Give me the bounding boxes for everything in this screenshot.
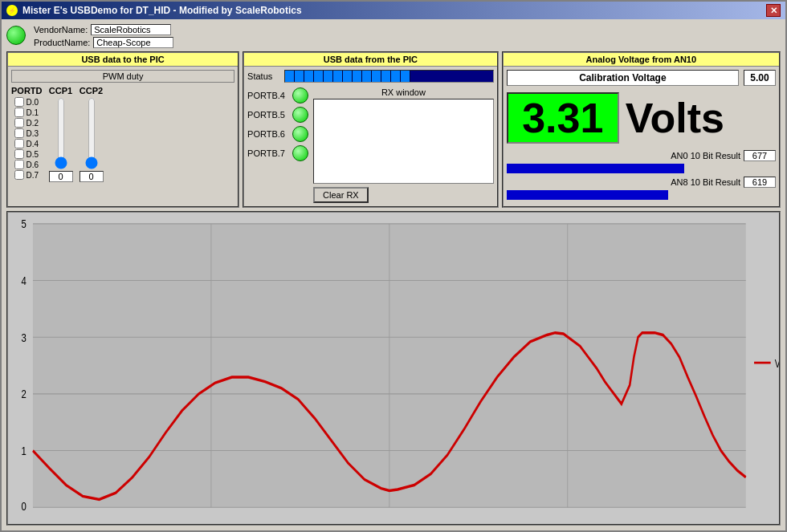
rx-label: RX window [313, 87, 494, 97]
ccp1-slider-group: CCP1 0 [49, 86, 73, 182]
right-panel-header: Analog Voltage from AN10 [504, 53, 779, 67]
portb6-led [292, 126, 308, 142]
portb7-led [292, 145, 308, 161]
calib-label: Calibration Voltage [507, 70, 739, 86]
left-panel-header: USB data to the PIC [8, 53, 238, 67]
d5-checkbox[interactable] [14, 149, 24, 159]
d6-checkbox[interactable] [14, 160, 24, 169]
main-content: VendorName: ScaleRobotics ProductName: C… [2, 19, 785, 530]
analog-voltage-panel: Analog Voltage from AN10 Calibration Vol… [502, 51, 781, 208]
window-title: Mister E's USBDemo for DT_HID - Modified… [22, 5, 302, 16]
ccp1-slider[interactable] [53, 97, 69, 169]
portd-d6: D.6 [14, 160, 39, 169]
portb4-row: PORTB.4 [247, 87, 308, 104]
controls-row: PORTD D.0 D.1 D.2 D.3 D.4 D.5 D.6 D.7 [11, 86, 234, 182]
titlebar-left: ⚡ Mister E's USBDemo for DT_HID - Modifi… [6, 5, 302, 16]
pwm-label: PWM duty [11, 70, 234, 83]
rx-textarea[interactable] [313, 99, 494, 184]
titlebar: ⚡ Mister E's USBDemo for DT_HID - Modifi… [2, 2, 785, 19]
an8-progress-bar [507, 190, 668, 200]
portb7-label: PORTB.7 [247, 148, 287, 158]
svg-text:3: 3 [21, 331, 26, 344]
rx-window-area: RX window Clear RX [313, 87, 494, 203]
ccp1-label: CCP1 [49, 86, 72, 95]
status-label: Status [247, 71, 279, 81]
d2-checkbox[interactable] [14, 118, 24, 128]
d4-checkbox[interactable] [14, 139, 24, 148]
d1-checkbox[interactable] [14, 108, 24, 117]
product-label: ProductName: [34, 38, 90, 47]
svg-text:1: 1 [21, 444, 26, 457]
an8-value: 619 [744, 177, 776, 188]
d0-checkbox[interactable] [14, 97, 24, 107]
d7-checkbox[interactable] [14, 170, 24, 180]
status-progress-bar [284, 70, 494, 83]
mid-bottom: PORTB.4 PORTB.5 PORTB.6 [247, 87, 494, 203]
left-panel-body: PWM duty PORTD D.0 D.1 D.2 D.3 D.4 D.5 [8, 67, 238, 206]
app-icon: ⚡ [6, 5, 18, 16]
vendor-label: VendorName: [34, 25, 88, 35]
an8-label: AN8 10 Bit Result [507, 177, 740, 187]
voltage-display: 3.31 Volts [507, 91, 776, 145]
portd-label: PORTD [11, 86, 43, 95]
calib-value: 5.00 [744, 70, 776, 86]
ccp2-label: CCP2 [80, 86, 103, 95]
ccp2-slider-group: CCP2 0 [80, 86, 104, 182]
info-row: VendorName: ScaleRobotics ProductName: C… [6, 24, 781, 48]
svg-text:0: 0 [21, 500, 26, 514]
svg-text:2: 2 [21, 388, 26, 401]
portd-d7: D.7 [14, 170, 39, 180]
portd-d0: D.0 [14, 97, 39, 107]
portb-col: PORTB.4 PORTB.5 PORTB.6 [247, 87, 308, 203]
portd-d1: D.1 [14, 108, 39, 117]
right-panel-body: Calibration Voltage 5.00 3.31 Volts AN0 … [504, 67, 779, 206]
clear-rx-button[interactable]: Clear RX [313, 187, 369, 203]
voltage-unit: Volts [622, 91, 728, 145]
an0-row: AN0 10 Bit Result 677 [507, 150, 776, 161]
vendor-product: VendorName: ScaleRobotics ProductName: C… [34, 24, 173, 48]
chart-svg: 5 4 3 2 1 0 Volts [8, 213, 779, 524]
usb-to-pic-panel: USB data to the PIC PWM duty PORTD D.0 D… [6, 51, 239, 208]
d3-checkbox[interactable] [14, 128, 24, 138]
portb6-row: PORTB.6 [247, 126, 308, 142]
vendor-value: ScaleRobotics [91, 24, 171, 35]
voltage-number: 3.31 [507, 92, 619, 144]
svg-text:5: 5 [21, 217, 26, 231]
portb4-led [292, 87, 308, 104]
portd-group: PORTD D.0 D.1 D.2 D.3 D.4 D.5 D.6 D.7 [11, 86, 43, 180]
an0-value: 677 [744, 150, 776, 161]
portb5-row: PORTB.5 [247, 107, 308, 123]
portb4-label: PORTB.4 [247, 91, 287, 100]
portd-checkboxes: D.0 D.1 D.2 D.3 D.4 D.5 D.6 D.7 [14, 97, 39, 180]
ccp2-value: 0 [80, 171, 104, 182]
portd-d3: D.3 [14, 128, 39, 138]
an0-progress-bar [507, 164, 684, 173]
ccp1-value: 0 [49, 171, 73, 182]
svg-text:Volts: Volts [775, 357, 779, 370]
mid-panel-header: USB data from the PIC [244, 53, 497, 67]
an0-label: AN0 10 Bit Result [507, 151, 740, 160]
portb7-row: PORTB.7 [247, 145, 308, 161]
vendor-row: VendorName: ScaleRobotics [34, 24, 173, 35]
mid-panel-body: Status [244, 67, 497, 206]
product-row: ProductName: Cheap-Scope [34, 37, 173, 48]
product-value: Cheap-Scope [93, 37, 173, 48]
usb-from-pic-panel: USB data from the PIC Status [243, 51, 499, 208]
ccp2-slider[interactable] [84, 97, 100, 169]
portb5-led [292, 107, 308, 123]
connection-led [6, 26, 26, 45]
portb6-label: PORTB.6 [247, 129, 287, 139]
an8-row: AN8 10 Bit Result 619 [507, 177, 776, 188]
portd-d4: D.4 [14, 139, 39, 148]
calibration-row: Calibration Voltage 5.00 [507, 70, 776, 86]
portd-d2: D.2 [14, 118, 39, 128]
status-row: Status [247, 70, 494, 83]
main-window: ⚡ Mister E's USBDemo for DT_HID - Modifi… [0, 0, 787, 532]
portb5-label: PORTB.5 [247, 110, 287, 120]
svg-text:4: 4 [21, 274, 27, 287]
chart-area: 5 4 3 2 1 0 Volts [6, 211, 781, 526]
portd-d5: D.5 [14, 149, 39, 159]
close-button[interactable]: ✕ [766, 4, 781, 17]
panels-row: USB data to the PIC PWM duty PORTD D.0 D… [6, 51, 781, 208]
